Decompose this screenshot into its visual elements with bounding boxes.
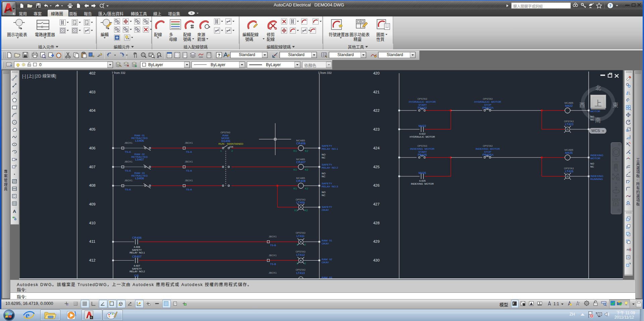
svg-text:NO: NO: [322, 191, 325, 194]
svg-text:7 from 332: 7 from 332: [318, 71, 332, 75]
svg-text:NC: NC: [322, 194, 325, 197]
svg-text:RELAY NO.2: RELAY NO.2: [322, 166, 338, 169]
svg-text:TS-A: TS-A: [125, 150, 131, 153]
svg-text:407: 407: [89, 165, 95, 169]
svg-text:4-422: 4-422: [419, 132, 425, 135]
svg-text:SS406: SS406: [221, 139, 230, 143]
svg-text:1: 1: [297, 243, 298, 246]
svg-text:HYDRAULIC MOTOR: HYDRAULIC MOTOR: [409, 100, 436, 103]
svg-text:NC: NC: [322, 156, 325, 159]
svg-text:424: 424: [373, 146, 380, 150]
svg-text:NO: NO: [322, 172, 325, 175]
svg-text:PB422A: PB422A: [482, 106, 493, 109]
svg-text:?: ?: [609, 3, 611, 8]
svg-text:HYDRAULIC MOTOR: HYDRAULIC MOTOR: [410, 135, 435, 138]
svg-text:K2: K2: [305, 168, 308, 171]
svg-text:412: 412: [89, 258, 95, 262]
svg-text:RAM 02: RAM 02: [322, 258, 332, 261]
svg-text:LT423: LT423: [565, 123, 574, 126]
svg-text:2: 2: [305, 243, 306, 246]
svg-text:SAFETY: SAFETY: [322, 205, 332, 209]
svg-text:INDEXING: INDEXING: [590, 154, 603, 157]
svg-text:RELAY NO.2: RELAY NO.2: [129, 270, 145, 273]
svg-text:G: G: [567, 175, 569, 178]
svg-text:CR: CR: [135, 274, 139, 277]
svg-text:JBOX1: JBOX1: [185, 179, 193, 182]
svg-text:409: 409: [89, 202, 95, 206]
svg-text:OPSTA3: OPSTA3: [417, 144, 427, 147]
svg-text:LT409: LT409: [297, 201, 305, 204]
svg-text:427: 427: [373, 202, 379, 206]
svg-text:NO: NO: [590, 162, 594, 165]
svg-text:1: 1: [220, 149, 222, 152]
svg-text:SAFETY: SAFETY: [322, 163, 332, 166]
svg-text:4-407: 4-407: [133, 264, 140, 267]
svg-text:RAM 01: RAM 01: [322, 239, 332, 242]
svg-text:K1: K1: [293, 168, 297, 171]
svg-text:OX: OX: [229, 145, 233, 148]
svg-text:TS-A: TS-A: [186, 188, 192, 191]
svg-text:A: A: [13, 209, 16, 214]
svg-text:JBOX1: JBOX1: [185, 141, 193, 144]
svg-text:NC: NC: [590, 165, 594, 168]
svg-text:SAFETY: SAFETY: [322, 182, 332, 185]
svg-text:TS-A: TS-A: [186, 169, 192, 172]
svg-text:423: 423: [373, 127, 379, 131]
svg-text:INDEXING MOTOR: INDEXING MOTOR: [410, 147, 435, 150]
svg-text:LT426: LT426: [565, 170, 574, 173]
svg-text:406: 406: [89, 146, 95, 150]
svg-text:R: R: [300, 259, 302, 262]
svg-text:OPSTA3: OPSTA3: [483, 97, 492, 100]
svg-text:425: 425: [373, 165, 379, 169]
svg-text:OPSTA3: OPSTA3: [296, 250, 305, 253]
svg-text:OPSTA3: OPSTA3: [417, 97, 427, 100]
svg-text:RUN: RUN: [218, 142, 224, 145]
svg-text:CR407: CR407: [296, 160, 306, 164]
svg-text:4-406: 4-406: [133, 245, 140, 248]
svg-text:M425: M425: [419, 171, 426, 175]
svg-text:LT413: LT413: [297, 271, 305, 275]
svg-text:TS-A: TS-A: [125, 188, 131, 191]
svg-text:RELAY NO.1: RELAY NO.1: [322, 147, 338, 150]
svg-text:410: 410: [89, 221, 95, 225]
svg-text:7 from 332: 7 from 332: [112, 71, 125, 75]
svg-text:4-425: 4-425: [419, 179, 425, 182]
svg-text:OPSTA3: OPSTA3: [220, 131, 230, 134]
svg-text:429: 429: [373, 239, 379, 243]
svg-text:NO: NO: [322, 153, 325, 156]
svg-text:JBOX1: JBOX1: [269, 235, 277, 238]
svg-text:X1: X1: [294, 209, 298, 212]
svg-text:CR408: CR408: [296, 179, 306, 183]
svg-text:OPSTA3: OPSTA3: [296, 268, 305, 271]
svg-text:K1: K1: [293, 187, 297, 190]
svg-text:CR406: CR406: [132, 236, 142, 239]
svg-text:CR406: CR406: [296, 142, 306, 145]
svg-text:M425: M425: [565, 151, 573, 154]
svg-text:RELAY NO.3: RELAY NO.3: [322, 185, 338, 188]
svg-text:G: G: [567, 128, 569, 131]
svg-text:408: 408: [89, 183, 95, 187]
svg-text:OPSTA3: OPSTA3: [296, 231, 305, 234]
svg-text:X2: X2: [305, 209, 308, 212]
svg-text:PB425A: PB425A: [482, 153, 493, 156]
svg-text:?: ?: [218, 53, 220, 58]
svg-text:M422: M422: [565, 104, 573, 107]
svg-text:RELAY NO.1: RELAY NO.1: [129, 251, 145, 254]
svg-text:OPSTA3: OPSTA3: [483, 144, 492, 147]
svg-text:2: 2: [305, 262, 306, 265]
svg-text:420: 420: [373, 71, 379, 75]
svg-text:404: 404: [89, 108, 96, 112]
svg-text:1: 1: [297, 262, 298, 265]
svg-text:INDEXING: INDEXING: [590, 175, 603, 178]
svg-text:405: 405: [89, 127, 95, 131]
svg-text:PB425: PB425: [418, 153, 427, 156]
svg-text:CR407: CR407: [132, 255, 142, 258]
svg-text:HYDRAULIC MOTOR: HYDRAULIC MOTOR: [474, 100, 501, 103]
svg-text:JBOX1: JBOX1: [124, 141, 132, 144]
svg-text:INDEXING MOTOR: INDEXING MOTOR: [476, 147, 500, 150]
svg-text:K2: K2: [305, 187, 308, 190]
svg-text:[-] [上] [2D 線架構]: [-] [上] [2D 線架構]: [22, 74, 56, 79]
svg-text:ABC: ABC: [627, 248, 632, 251]
svg-text:430: 430: [373, 258, 379, 262]
svg-text:LS407: LS407: [135, 158, 144, 161]
